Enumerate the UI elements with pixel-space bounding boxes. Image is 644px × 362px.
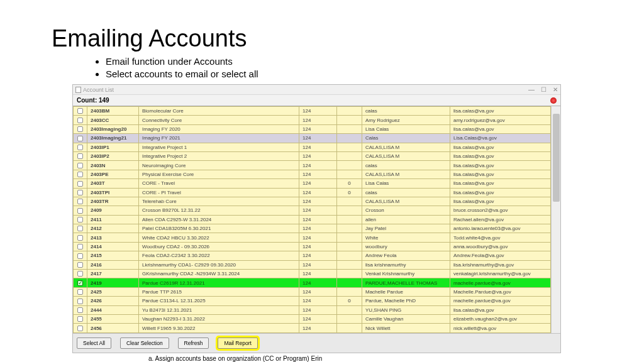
cell-sub — [337, 197, 362, 206]
table-row[interactable]: 2415Feola CDA2-C2342 3.30.2022124Andrew … — [74, 251, 551, 260]
table-row[interactable]: 2403TCORE - Travel1240Lisa Calaslisa.cal… — [74, 179, 551, 188]
table-row[interactable]: 2456Willett F1965 9.30.2022124Nick Wille… — [74, 324, 551, 332]
table-row[interactable]: 2414Woodbury CDA2 - 09.30.2026124woodbur… — [74, 242, 551, 251]
row-checkbox[interactable] — [77, 181, 83, 187]
page-title: Emailing Accounts — [52, 25, 644, 52]
table-row[interactable]: 2425Pardue TTP 2615124Machelle PardueMac… — [74, 287, 551, 296]
table-row[interactable]: 2403TRTelerehab Core124CALAS,LISA Mlisa.… — [74, 197, 551, 206]
table-row[interactable]: 2403Imaging20Imaging FY 2020124Lisa Cala… — [74, 124, 551, 133]
cell-email: lisa.calas@va.gov — [450, 143, 551, 151]
table-row[interactable]: 2417GKrishnamurthy CDA2 -N2934W 3.31.202… — [74, 270, 551, 278]
table-row[interactable]: 2416Lkrishnamurthy CDA1- C2929 09.30.202… — [74, 260, 551, 269]
cell-id: 2415 — [87, 251, 139, 260]
row-checkbox[interactable] — [77, 190, 83, 195]
row-checkbox[interactable] — [77, 108, 83, 114]
table-row[interactable]: 2403BMBiomolecular Core124calaslisa.cala… — [74, 107, 551, 116]
cell-name: Neuroimaging Core — [139, 161, 299, 170]
table-row[interactable]: 2403TPICORE - PI Travel1240calaslisa.cal… — [74, 188, 551, 197]
cell-name: Willett F1965 9.30.2022 — [139, 324, 299, 332]
cell-sub — [337, 260, 362, 269]
cell-name: Integrative Project 1 — [139, 143, 299, 151]
table-row[interactable]: 2413White CDA2 HBCU 3.30.2022124WhiteTod… — [74, 233, 551, 242]
cell-id: 2403Imaging20 — [87, 124, 139, 133]
row-checkbox[interactable] — [77, 280, 83, 286]
cell-name: CORE - Travel — [139, 179, 299, 188]
row-checkbox[interactable] — [77, 199, 83, 204]
cell-num: 124 — [299, 143, 337, 151]
cell-email: anna.woodbury@va.gov — [450, 242, 551, 251]
vertical-scrollbar[interactable] — [551, 106, 560, 333]
row-checkbox[interactable] — [77, 289, 83, 295]
cell-email: Machelle.Pardue@va.gov — [450, 287, 551, 296]
row-checkbox[interactable] — [77, 253, 83, 259]
refresh-button[interactable]: Refresh — [178, 337, 209, 349]
row-checkbox[interactable] — [77, 163, 83, 168]
maximize-icon[interactable]: ☐ — [541, 86, 547, 93]
row-checkbox[interactable] — [77, 307, 83, 313]
window-icon — [75, 87, 81, 93]
table-row[interactable]: 2403NNeuroimaging Core124calaslisa.calas… — [74, 161, 551, 170]
row-checkbox[interactable] — [77, 145, 83, 150]
table-row[interactable]: 2403CCConnectivity Core124Amy Rodrigueza… — [74, 116, 551, 124]
table-row[interactable]: 2426Pardue C3134-L 12.31.20251240Pardue,… — [74, 297, 551, 305]
row-checkbox[interactable] — [77, 235, 83, 241]
cell-sub: 0 — [337, 188, 362, 197]
table-row[interactable]: 2403PEPhysical Exercise Core124CALAS,LIS… — [74, 170, 551, 178]
mail-report-button[interactable]: Mail Report — [218, 337, 257, 349]
row-checkbox[interactable] — [77, 262, 83, 268]
cell-sub — [337, 161, 362, 170]
minimize-icon[interactable]: — — [528, 86, 535, 93]
cell-email: lisa.calas@va.gov — [450, 161, 551, 170]
row-checkbox[interactable] — [77, 271, 83, 277]
row-checkbox[interactable] — [77, 326, 83, 331]
row-checkbox[interactable] — [77, 226, 83, 231]
cell-id: 2403IP2 — [87, 151, 139, 160]
table-row[interactable]: 2411Allen CDA C2925-W 3.31.2024124allenR… — [74, 215, 551, 224]
table-row[interactable]: 2412Patel CDA1B3205M 6.30.2021124Jay Pat… — [74, 224, 551, 233]
cell-email: machelle.pardue@va.gov — [450, 278, 551, 287]
row-checkbox[interactable] — [77, 172, 83, 177]
cell-name: GKrishnamurthy CDA2 -N2934W 3.31.2024 — [139, 270, 299, 278]
table-row[interactable]: 2403IP1Integrative Project 1124CALAS,LIS… — [74, 143, 551, 151]
cell-name: Integrative Project 2 — [139, 151, 299, 160]
select-all-button[interactable]: Select All — [77, 337, 111, 349]
row-checkbox[interactable] — [77, 244, 83, 250]
cell-contact: White — [362, 233, 450, 242]
cell-name: Allen CDA C2925-W 3.31.2024 — [139, 215, 299, 224]
table-row[interactable]: 2419Pardue C2619R 12.31.2021124PARDUE,MA… — [74, 278, 551, 287]
table-row[interactable]: 2455Vaughan N2293-I 3.31.2022124Camille … — [74, 314, 551, 323]
table-row[interactable]: 2403Imaging21Imaging FY 2021124CalasLisa… — [74, 134, 551, 143]
clear-selection-button[interactable]: Clear Selection — [120, 337, 169, 349]
status-indicator-icon — [550, 97, 557, 104]
row-checkbox[interactable] — [77, 299, 83, 304]
table-row[interactable]: 2444Yu B2473I 12.31.2021124YU,SHAN PINGl… — [74, 305, 551, 314]
cell-name: Woodbury CDA2 - 09.30.2026 — [139, 242, 299, 251]
cell-contact: CALAS,LISA M — [362, 151, 450, 160]
row-checkbox[interactable] — [77, 136, 83, 141]
cell-email: machelle.pardue@va.gov — [450, 297, 551, 305]
cell-name: White CDA2 HBCU 3.30.2022 — [139, 233, 299, 242]
cell-id: 2416 — [87, 260, 139, 269]
cell-id: 2425 — [87, 287, 139, 296]
scroll-thumb[interactable] — [553, 114, 560, 202]
cell-name: Vaughan N2293-I 3.31.2022 — [139, 314, 299, 323]
cell-contact: Nick Willett — [362, 324, 450, 332]
cell-num: 124 — [299, 260, 337, 269]
cell-sub — [337, 151, 362, 160]
bullet-item: Select accounts to email or select all — [106, 69, 644, 79]
close-icon[interactable]: ✕ — [553, 86, 558, 93]
row-checkbox[interactable] — [77, 217, 83, 222]
row-checkbox[interactable] — [77, 118, 83, 123]
cell-num: 124 — [299, 314, 337, 323]
table-row[interactable]: 2403IP2Integrative Project 2124CALAS,LIS… — [74, 151, 551, 160]
cell-sub — [337, 215, 362, 224]
row-checkbox[interactable] — [77, 316, 83, 322]
row-checkbox[interactable] — [77, 153, 83, 159]
row-checkbox[interactable] — [77, 208, 83, 214]
table-row[interactable]: 2409Crosson B9270L 12.31.22124Crossonbru… — [74, 206, 551, 215]
cell-num: 124 — [299, 179, 337, 188]
cell-contact: Jay Patel — [362, 224, 450, 233]
row-checkbox[interactable] — [77, 126, 83, 132]
account-list-window: Account List — ☐ ✕ Count: 149 2403BMBiom… — [72, 84, 561, 353]
window-title: Account List — [83, 87, 528, 93]
